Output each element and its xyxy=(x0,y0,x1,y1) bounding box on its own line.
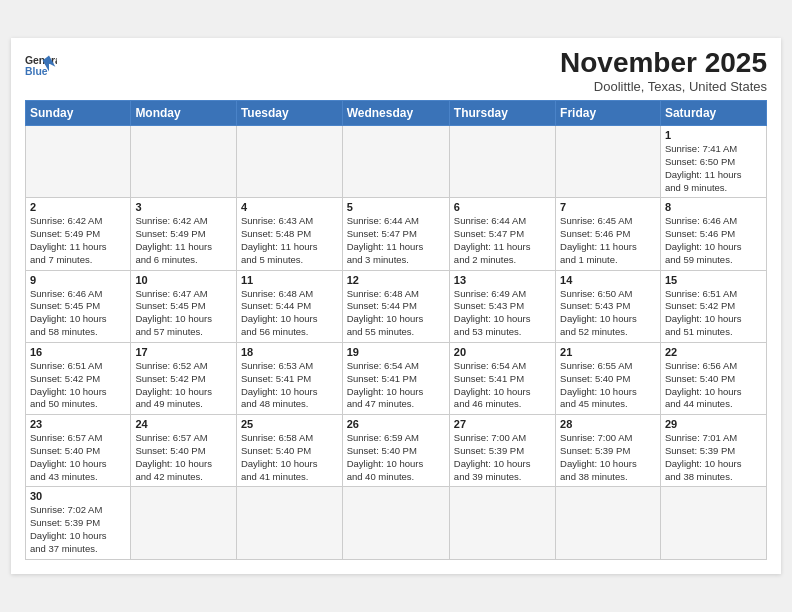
day-number: 29 xyxy=(665,418,762,430)
day-cell xyxy=(449,126,555,198)
day-number: 22 xyxy=(665,346,762,358)
weekday-header-tuesday: Tuesday xyxy=(236,101,342,126)
day-cell: 27Sunrise: 7:00 AM Sunset: 5:39 PM Dayli… xyxy=(449,415,555,487)
day-info: Sunrise: 7:00 AM Sunset: 5:39 PM Dayligh… xyxy=(560,432,656,483)
title-area: November 2025 Doolittle, Texas, United S… xyxy=(560,48,767,94)
day-number: 18 xyxy=(241,346,338,358)
svg-text:Blue: Blue xyxy=(25,66,48,77)
day-cell: 10Sunrise: 6:47 AM Sunset: 5:45 PM Dayli… xyxy=(131,270,237,342)
day-cell xyxy=(342,487,449,559)
day-info: Sunrise: 6:53 AM Sunset: 5:41 PM Dayligh… xyxy=(241,360,338,411)
day-info: Sunrise: 7:41 AM Sunset: 6:50 PM Dayligh… xyxy=(665,143,762,194)
general-blue-logo-icon: General Blue xyxy=(25,52,57,80)
day-number: 23 xyxy=(30,418,126,430)
day-cell: 7Sunrise: 6:45 AM Sunset: 5:46 PM Daylig… xyxy=(556,198,661,270)
day-number: 17 xyxy=(135,346,232,358)
day-info: Sunrise: 6:48 AM Sunset: 5:44 PM Dayligh… xyxy=(241,288,338,339)
day-cell: 2Sunrise: 6:42 AM Sunset: 5:49 PM Daylig… xyxy=(26,198,131,270)
day-cell: 30Sunrise: 7:02 AM Sunset: 5:39 PM Dayli… xyxy=(26,487,131,559)
day-info: Sunrise: 6:51 AM Sunset: 5:42 PM Dayligh… xyxy=(665,288,762,339)
day-cell xyxy=(660,487,766,559)
day-number: 28 xyxy=(560,418,656,430)
day-number: 15 xyxy=(665,274,762,286)
weekday-header-thursday: Thursday xyxy=(449,101,555,126)
week-row-3: 16Sunrise: 6:51 AM Sunset: 5:42 PM Dayli… xyxy=(26,342,767,414)
day-number: 19 xyxy=(347,346,445,358)
day-number: 25 xyxy=(241,418,338,430)
weekday-header-friday: Friday xyxy=(556,101,661,126)
day-number: 4 xyxy=(241,201,338,213)
day-cell xyxy=(26,126,131,198)
day-info: Sunrise: 7:02 AM Sunset: 5:39 PM Dayligh… xyxy=(30,504,126,555)
header-area: General Blue November 2025 Doolittle, Te… xyxy=(25,48,767,94)
day-number: 24 xyxy=(135,418,232,430)
day-info: Sunrise: 6:54 AM Sunset: 5:41 PM Dayligh… xyxy=(347,360,445,411)
day-cell: 12Sunrise: 6:48 AM Sunset: 5:44 PM Dayli… xyxy=(342,270,449,342)
day-number: 5 xyxy=(347,201,445,213)
day-cell: 14Sunrise: 6:50 AM Sunset: 5:43 PM Dayli… xyxy=(556,270,661,342)
weekday-header-sunday: Sunday xyxy=(26,101,131,126)
day-info: Sunrise: 6:54 AM Sunset: 5:41 PM Dayligh… xyxy=(454,360,551,411)
day-info: Sunrise: 6:42 AM Sunset: 5:49 PM Dayligh… xyxy=(30,215,126,266)
day-cell: 17Sunrise: 6:52 AM Sunset: 5:42 PM Dayli… xyxy=(131,342,237,414)
week-row-1: 2Sunrise: 6:42 AM Sunset: 5:49 PM Daylig… xyxy=(26,198,767,270)
day-cell: 25Sunrise: 6:58 AM Sunset: 5:40 PM Dayli… xyxy=(236,415,342,487)
day-number: 2 xyxy=(30,201,126,213)
day-info: Sunrise: 6:59 AM Sunset: 5:40 PM Dayligh… xyxy=(347,432,445,483)
day-cell: 22Sunrise: 6:56 AM Sunset: 5:40 PM Dayli… xyxy=(660,342,766,414)
day-number: 3 xyxy=(135,201,232,213)
day-number: 16 xyxy=(30,346,126,358)
day-number: 27 xyxy=(454,418,551,430)
day-info: Sunrise: 6:58 AM Sunset: 5:40 PM Dayligh… xyxy=(241,432,338,483)
day-number: 9 xyxy=(30,274,126,286)
day-info: Sunrise: 6:43 AM Sunset: 5:48 PM Dayligh… xyxy=(241,215,338,266)
day-info: Sunrise: 6:49 AM Sunset: 5:43 PM Dayligh… xyxy=(454,288,551,339)
day-info: Sunrise: 7:00 AM Sunset: 5:39 PM Dayligh… xyxy=(454,432,551,483)
day-number: 30 xyxy=(30,490,126,502)
day-cell: 15Sunrise: 6:51 AM Sunset: 5:42 PM Dayli… xyxy=(660,270,766,342)
week-row-0: 1Sunrise: 7:41 AM Sunset: 6:50 PM Daylig… xyxy=(26,126,767,198)
day-cell: 21Sunrise: 6:55 AM Sunset: 5:40 PM Dayli… xyxy=(556,342,661,414)
day-cell: 6Sunrise: 6:44 AM Sunset: 5:47 PM Daylig… xyxy=(449,198,555,270)
day-cell: 29Sunrise: 7:01 AM Sunset: 5:39 PM Dayli… xyxy=(660,415,766,487)
month-title: November 2025 xyxy=(560,48,767,79)
day-info: Sunrise: 6:45 AM Sunset: 5:46 PM Dayligh… xyxy=(560,215,656,266)
day-number: 6 xyxy=(454,201,551,213)
day-cell xyxy=(131,487,237,559)
day-cell: 28Sunrise: 7:00 AM Sunset: 5:39 PM Dayli… xyxy=(556,415,661,487)
day-cell xyxy=(236,126,342,198)
day-cell: 26Sunrise: 6:59 AM Sunset: 5:40 PM Dayli… xyxy=(342,415,449,487)
week-row-5: 30Sunrise: 7:02 AM Sunset: 5:39 PM Dayli… xyxy=(26,487,767,559)
day-cell: 20Sunrise: 6:54 AM Sunset: 5:41 PM Dayli… xyxy=(449,342,555,414)
day-info: Sunrise: 6:55 AM Sunset: 5:40 PM Dayligh… xyxy=(560,360,656,411)
week-row-4: 23Sunrise: 6:57 AM Sunset: 5:40 PM Dayli… xyxy=(26,415,767,487)
day-info: Sunrise: 6:57 AM Sunset: 5:40 PM Dayligh… xyxy=(135,432,232,483)
day-info: Sunrise: 6:57 AM Sunset: 5:40 PM Dayligh… xyxy=(30,432,126,483)
day-cell: 16Sunrise: 6:51 AM Sunset: 5:42 PM Dayli… xyxy=(26,342,131,414)
day-cell xyxy=(131,126,237,198)
calendar-container: General Blue November 2025 Doolittle, Te… xyxy=(11,38,781,573)
day-info: Sunrise: 7:01 AM Sunset: 5:39 PM Dayligh… xyxy=(665,432,762,483)
day-number: 14 xyxy=(560,274,656,286)
day-number: 1 xyxy=(665,129,762,141)
day-cell: 4Sunrise: 6:43 AM Sunset: 5:48 PM Daylig… xyxy=(236,198,342,270)
day-cell: 9Sunrise: 6:46 AM Sunset: 5:45 PM Daylig… xyxy=(26,270,131,342)
day-cell xyxy=(449,487,555,559)
day-cell: 5Sunrise: 6:44 AM Sunset: 5:47 PM Daylig… xyxy=(342,198,449,270)
day-cell: 13Sunrise: 6:49 AM Sunset: 5:43 PM Dayli… xyxy=(449,270,555,342)
day-cell xyxy=(236,487,342,559)
weekday-header-saturday: Saturday xyxy=(660,101,766,126)
day-cell: 11Sunrise: 6:48 AM Sunset: 5:44 PM Dayli… xyxy=(236,270,342,342)
day-info: Sunrise: 6:48 AM Sunset: 5:44 PM Dayligh… xyxy=(347,288,445,339)
weekday-header-row: SundayMondayTuesdayWednesdayThursdayFrid… xyxy=(26,101,767,126)
location: Doolittle, Texas, United States xyxy=(560,79,767,94)
week-row-2: 9Sunrise: 6:46 AM Sunset: 5:45 PM Daylig… xyxy=(26,270,767,342)
logo: General Blue xyxy=(25,52,57,80)
day-number: 8 xyxy=(665,201,762,213)
calendar-table: SundayMondayTuesdayWednesdayThursdayFrid… xyxy=(25,100,767,560)
day-cell: 23Sunrise: 6:57 AM Sunset: 5:40 PM Dayli… xyxy=(26,415,131,487)
day-info: Sunrise: 6:47 AM Sunset: 5:45 PM Dayligh… xyxy=(135,288,232,339)
day-number: 21 xyxy=(560,346,656,358)
weekday-header-monday: Monday xyxy=(131,101,237,126)
day-number: 13 xyxy=(454,274,551,286)
